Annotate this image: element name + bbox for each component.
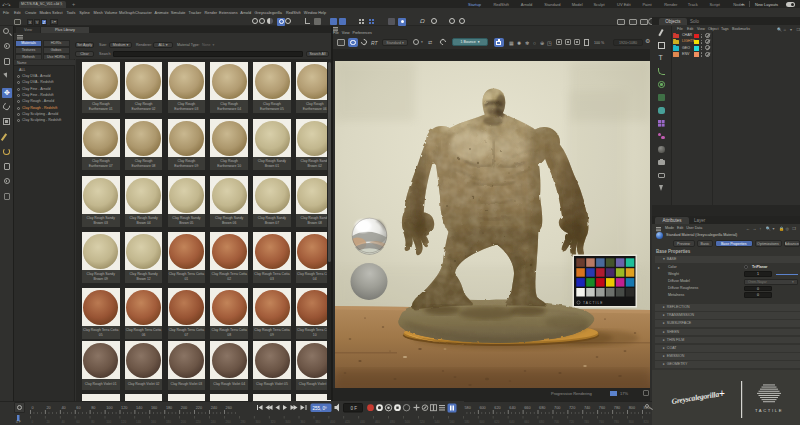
svg-text:480: 480: [390, 420, 395, 424]
svg-text:180: 180: [166, 420, 171, 424]
svg-text:660: 660: [524, 406, 530, 410]
svg-text:160: 160: [151, 420, 156, 424]
svg-text:720: 720: [569, 420, 574, 424]
svg-text:780: 780: [614, 420, 619, 424]
svg-text:220: 220: [196, 420, 201, 424]
svg-text:780: 780: [614, 406, 620, 410]
svg-text:820: 820: [644, 420, 649, 424]
svg-text:580: 580: [465, 420, 470, 424]
svg-text:80: 80: [91, 420, 95, 424]
svg-text:420: 420: [345, 420, 350, 424]
svg-text:120: 120: [121, 406, 127, 410]
svg-text:740: 740: [584, 406, 590, 410]
svg-text:60: 60: [76, 406, 80, 410]
svg-text:700: 700: [554, 406, 560, 410]
svg-text:560: 560: [450, 420, 455, 424]
svg-text:800: 800: [629, 420, 634, 424]
svg-text:500: 500: [405, 420, 410, 424]
svg-text:520: 520: [420, 420, 425, 424]
svg-text:380: 380: [315, 420, 320, 424]
svg-text:20: 20: [46, 420, 50, 424]
svg-text:0: 0: [32, 406, 34, 410]
svg-text:40: 40: [61, 420, 65, 424]
svg-text:280: 280: [241, 420, 246, 424]
svg-text:100: 100: [106, 406, 112, 410]
svg-text:220: 220: [196, 406, 202, 410]
svg-text:255, 0º: 255, 0º: [313, 406, 328, 411]
svg-text:100: 100: [106, 420, 111, 424]
svg-text:640: 640: [509, 420, 514, 424]
svg-text:720: 720: [569, 406, 575, 410]
svg-text:600: 600: [479, 406, 485, 410]
svg-text:40: 40: [61, 406, 65, 410]
svg-text:540: 540: [435, 420, 440, 424]
svg-text:340: 340: [285, 420, 290, 424]
svg-text:660: 660: [524, 420, 529, 424]
svg-text:760: 760: [599, 406, 605, 410]
svg-text:0 F: 0 F: [16, 420, 21, 424]
svg-text:760: 760: [599, 420, 604, 424]
svg-text:TACTILE: TACTILE: [583, 301, 604, 305]
svg-text:0 F: 0 F: [351, 406, 358, 411]
svg-text:260: 260: [226, 406, 232, 410]
svg-text:200: 200: [181, 406, 187, 410]
svg-text:620: 620: [494, 420, 499, 424]
svg-text:600: 600: [479, 420, 484, 424]
svg-text:0: 0: [32, 420, 34, 424]
svg-text:400: 400: [330, 420, 335, 424]
svg-text:200: 200: [181, 420, 186, 424]
svg-text:140: 140: [136, 406, 142, 410]
svg-text:180: 180: [166, 406, 172, 410]
svg-text:680: 680: [539, 406, 545, 410]
svg-text:160: 160: [151, 406, 157, 410]
svg-text:580: 580: [465, 406, 471, 410]
svg-text:620: 620: [494, 406, 500, 410]
svg-text:360: 360: [300, 420, 305, 424]
svg-text:+: +: [719, 388, 725, 399]
svg-text:TACTILE: TACTILE: [755, 408, 783, 413]
svg-text:20: 20: [46, 406, 50, 410]
svg-text:700: 700: [554, 420, 559, 424]
svg-text:680: 680: [539, 420, 544, 424]
svg-text:240: 240: [211, 406, 217, 410]
svg-text:640: 640: [509, 406, 515, 410]
svg-text:440: 440: [360, 420, 365, 424]
svg-text:240: 240: [211, 420, 216, 424]
svg-text:320: 320: [270, 420, 275, 424]
svg-text:60: 60: [76, 420, 80, 424]
svg-text:260: 260: [226, 420, 231, 424]
svg-text:740: 740: [584, 420, 589, 424]
svg-text:120: 120: [121, 420, 126, 424]
svg-text:Greyscalegorilla: Greyscalegorilla: [671, 390, 720, 406]
svg-text:140: 140: [136, 420, 141, 424]
svg-text:460: 460: [375, 420, 380, 424]
svg-text:300: 300: [255, 420, 260, 424]
svg-text:800: 800: [629, 406, 635, 410]
svg-text:80: 80: [91, 406, 95, 410]
